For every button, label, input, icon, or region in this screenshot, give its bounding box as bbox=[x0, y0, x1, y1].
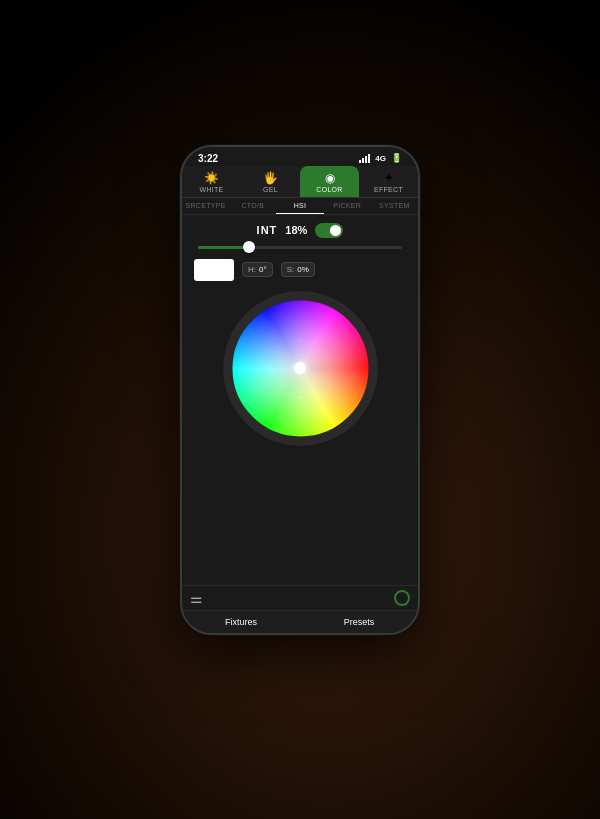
sub-tab-hsi[interactable]: HSI bbox=[276, 198, 323, 214]
phone-screen: 3:22 4G 🔋 ☀️ WHITE 🖐 GEL bbox=[182, 147, 418, 633]
bottom-tab-bar: Fixtures Presets bbox=[182, 610, 418, 633]
color-wheel[interactable] bbox=[223, 291, 378, 446]
sub-tab-srcetype[interactable]: SRCETYPE bbox=[182, 198, 229, 214]
main-content: INT 18% H: 0° S: 0% bbox=[182, 215, 418, 585]
intensity-slider[interactable] bbox=[194, 246, 406, 249]
slider-thumb[interactable] bbox=[243, 241, 255, 253]
tab-color[interactable]: ◉ COLOR bbox=[300, 166, 359, 197]
tab-gel[interactable]: 🖐 GEL bbox=[241, 166, 300, 197]
tab-gel-label: GEL bbox=[263, 186, 278, 193]
bottom-tab-presets[interactable]: Presets bbox=[300, 611, 418, 633]
tab-effect[interactable]: ✦ EFFECT bbox=[359, 166, 418, 197]
sub-tab-bar: SRCETYPE CTO/B HSI PICKER SYSTEM bbox=[182, 198, 418, 215]
tab-color-label: COLOR bbox=[316, 186, 342, 193]
network-type: 4G bbox=[375, 154, 386, 163]
color-icon: ◉ bbox=[325, 171, 335, 185]
white-icon: ☀️ bbox=[204, 171, 219, 185]
tab-white[interactable]: ☀️ WHITE bbox=[182, 166, 241, 197]
color-preview-swatch[interactable] bbox=[194, 259, 234, 281]
saturation-value: 0% bbox=[297, 265, 309, 274]
effect-icon: ✦ bbox=[384, 171, 394, 185]
hue-label: H: bbox=[248, 265, 256, 274]
saturation-field[interactable]: S: 0% bbox=[281, 262, 315, 277]
fixtures-icon[interactable]: ⚌ bbox=[190, 590, 203, 606]
bottom-controls-row: ⚌ bbox=[182, 585, 418, 610]
status-icons: 4G 🔋 bbox=[359, 153, 402, 163]
bottom-tab-fixtures[interactable]: Fixtures bbox=[182, 611, 300, 633]
tab-white-label: WHITE bbox=[199, 186, 223, 193]
top-tab-bar: ☀️ WHITE 🖐 GEL ◉ COLOR ✦ EFFECT bbox=[182, 166, 418, 198]
gel-icon: 🖐 bbox=[263, 171, 278, 185]
slider-track bbox=[198, 246, 402, 249]
int-label: INT bbox=[257, 224, 278, 236]
status-time: 3:22 bbox=[198, 153, 218, 164]
signal-bars-icon bbox=[359, 154, 370, 163]
int-row: INT 18% bbox=[194, 223, 406, 238]
status-bar: 3:22 4G 🔋 bbox=[182, 147, 418, 166]
hsi-controls: H: 0° S: 0% bbox=[194, 259, 406, 281]
circle-indicator[interactable] bbox=[394, 590, 410, 606]
hue-field[interactable]: H: 0° bbox=[242, 262, 273, 277]
sub-tab-ctob[interactable]: CTO/B bbox=[229, 198, 276, 214]
slider-fill bbox=[198, 246, 249, 249]
sub-tab-system[interactable]: SYSTEM bbox=[371, 198, 418, 214]
int-toggle[interactable] bbox=[315, 223, 343, 238]
saturation-label: S: bbox=[287, 265, 295, 274]
battery-icon: 🔋 bbox=[391, 153, 402, 163]
wheel-center-dot bbox=[294, 362, 306, 374]
color-wheel-container bbox=[194, 291, 406, 446]
sub-tab-picker[interactable]: PICKER bbox=[324, 198, 371, 214]
int-value: 18% bbox=[285, 224, 307, 236]
phone-device: 3:22 4G 🔋 ☀️ WHITE 🖐 GEL bbox=[180, 145, 420, 635]
hue-value: 0° bbox=[259, 265, 267, 274]
tab-effect-label: EFFECT bbox=[374, 186, 403, 193]
